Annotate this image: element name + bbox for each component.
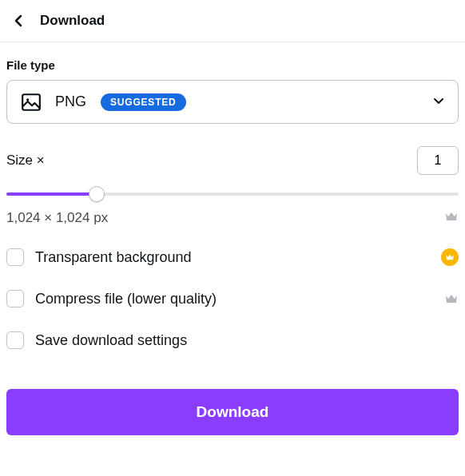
crown-icon <box>444 293 459 304</box>
panel-header: Download <box>0 0 465 42</box>
file-type-label: File type <box>6 58 459 72</box>
size-slider[interactable] <box>6 186 459 202</box>
crown-gold-icon <box>441 248 459 266</box>
file-type-select[interactable]: PNG SUGGESTED <box>6 80 459 124</box>
dimensions-text: 1,024 × 1,024 px <box>6 210 108 226</box>
size-info-row: 1,024 × 1,024 px <box>6 210 459 226</box>
chevron-down-icon <box>432 94 445 110</box>
crown-icon <box>444 211 459 225</box>
compress-label: Compress file (lower quality) <box>35 291 217 307</box>
slider-thumb[interactable] <box>89 186 105 202</box>
chevron-left-icon <box>13 14 26 27</box>
download-button[interactable]: Download <box>6 389 459 435</box>
option-compress-file: Compress file (lower quality) <box>6 290 459 307</box>
option-save-settings: Save download settings <box>6 331 459 349</box>
option-transparent-background: Transparent background <box>6 248 459 266</box>
compress-checkbox[interactable] <box>6 290 24 307</box>
size-row: Size × <box>6 146 459 175</box>
panel-content: File type PNG SUGGESTED Size × 1,024 × 1… <box>0 42 465 442</box>
transparent-checkbox[interactable] <box>6 248 24 266</box>
suggested-badge: SUGGESTED <box>101 93 186 111</box>
file-type-value: PNG <box>55 93 86 110</box>
back-button[interactable] <box>10 11 29 30</box>
save-settings-label: Save download settings <box>35 332 187 349</box>
size-label: Size × <box>6 153 45 169</box>
image-icon <box>20 91 42 113</box>
size-input[interactable] <box>417 146 459 175</box>
svg-rect-0 <box>22 94 40 110</box>
slider-fill <box>6 192 97 196</box>
panel-title: Download <box>40 13 105 29</box>
transparent-label: Transparent background <box>35 249 191 266</box>
premium-badge <box>441 248 459 266</box>
save-settings-checkbox[interactable] <box>6 331 24 349</box>
